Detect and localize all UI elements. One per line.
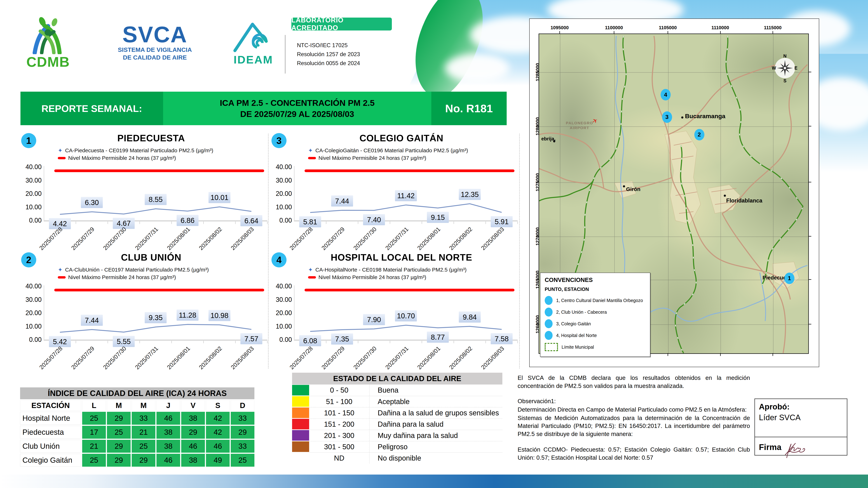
x-tick-label: 2025/08/01 (416, 226, 441, 252)
data-label: 5.55 (117, 337, 131, 346)
station-number-badge: 1 (21, 133, 36, 148)
aqi-legend-title: ESTADO DE LA CALIDAD DEL AIRE (292, 373, 502, 385)
series-marker-icon: ✦ (308, 147, 313, 154)
ica-value-cell: 17 (82, 426, 106, 439)
map-tick (808, 324, 811, 324)
x-tick-label: 2025/08/01 (165, 226, 191, 252)
x-tick-label: 2025/07/30 (102, 226, 128, 252)
map-city-dot (681, 117, 683, 119)
station-number-badge: 4 (272, 252, 286, 267)
ica-station-name: Club Unión (20, 440, 81, 453)
report-type-label: REPORTE SEMANAL: (21, 92, 163, 125)
ica-value-cell: 33 (132, 412, 155, 425)
ideam-logo-icon (233, 20, 274, 53)
aqi-color-chip-cell (292, 418, 309, 430)
ica-station-name: Colegio Gaitán (20, 454, 81, 467)
x-tick-label: 2025/08/02 (197, 226, 223, 252)
limit-legend-label: Nivel Máximo Permisible 24 horas (37 µg/… (318, 154, 426, 162)
y-tick-label: 0.00 (29, 217, 42, 224)
svca-logo: SVCA SISTEMA DE VIGILANCIA DE CALIDAD DE… (98, 23, 211, 61)
limit-legend-label: Nivel Máximo Permisible 24 horas (37 µg/… (318, 273, 426, 281)
aqi-category-label: Dañina a la salud de grupos sensibles (369, 407, 502, 418)
station-point-icon (545, 319, 553, 328)
map-city-label-giron: Girón (626, 186, 641, 192)
ica-value-cell: 29 (132, 454, 155, 467)
ica-value-cell: 29 (181, 426, 205, 439)
chart-column-separator (519, 134, 520, 368)
limit-marker-icon (308, 157, 316, 159)
ica-value-cell: 46 (181, 440, 205, 453)
x-tick-label: 2025/07/28 (38, 345, 64, 371)
map-tick (773, 353, 773, 356)
approval-box: Aprobó: Líder SVCA Firma (754, 398, 847, 456)
x-tick-label: 2025/07/31 (134, 226, 159, 252)
x-tick-label: 2025/07/31 (384, 345, 410, 371)
y-tick-label: 0.00 (279, 336, 292, 343)
compass-w: W (772, 65, 776, 70)
compass-e: E (795, 65, 798, 70)
map-legend-item-label: 4, Hospital del Norte (556, 333, 597, 338)
map-x-coordinate: 1100000 (601, 25, 626, 31)
accreditation-line: Resolución 1257 de 2023 (297, 50, 360, 59)
limit-marker-icon (308, 276, 316, 279)
x-tick-label: 2025/07/29 (320, 345, 346, 371)
x-tick-label: 2025/08/01 (165, 345, 191, 371)
aqi-color-chip (292, 396, 309, 407)
map-legend-item: 2, Club Unión - Cabecera (545, 307, 650, 317)
signature-section: Firma (755, 437, 847, 461)
x-tick-label: 2025/08/03 (229, 345, 255, 371)
compass-n: N (783, 54, 786, 59)
ica-value-cell: 38 (156, 440, 180, 453)
map-x-coordinate: 1110000 (708, 25, 733, 31)
map-tick (536, 126, 539, 126)
ica-column-header: M (107, 400, 131, 411)
map-tick (536, 182, 539, 183)
chart-panel-hospital-local-del-norte: 4HOSPITAL LOCAL DEL NORTE✦CA-HospitalNor… (270, 252, 519, 371)
ica-value-cell: 49 (206, 454, 230, 467)
y-tick-label: 0.00 (29, 336, 42, 343)
aqi-color-chip (292, 442, 309, 452)
ica-column-header: S (206, 400, 230, 411)
observation-title: Observación1: (518, 397, 750, 405)
aqi-color-chip (292, 453, 309, 463)
svca-title: SVCA (98, 23, 211, 46)
ica-value-cell: 25 (82, 412, 106, 425)
map-tick (536, 72, 539, 72)
aqi-range: 151 - 200 (309, 418, 369, 430)
station-point-icon (545, 296, 553, 305)
series-legend-label: CA-ColegioGaitán - CE0196 Material Parti… (315, 147, 468, 154)
signature-label: Firma (759, 442, 781, 452)
chart-title: PIEDECUESTA (39, 133, 263, 143)
data-label: 10.01 (211, 194, 228, 201)
map-tick (808, 126, 811, 126)
ica-column-header-estacion: ESTACIÓN (20, 400, 81, 411)
declaration-text: El SVCA de la CDMB declara que los resul… (518, 374, 750, 464)
data-label: 10.70 (397, 312, 415, 320)
ica-column-header: J (156, 400, 180, 411)
data-label: 11.42 (397, 192, 414, 200)
svca-subtitle-2: DE CALIDAD DE AIRE (98, 54, 211, 61)
approved-by: Líder SVCA (759, 413, 847, 422)
accreditation-lines: NTC-ISO/IEC 17025 Resolución 1257 de 202… (297, 41, 360, 68)
aqi-color-chip-cell (292, 452, 309, 464)
series-marker-icon: ✦ (58, 147, 63, 154)
limit-marker-icon (58, 276, 66, 279)
data-label: 7.90 (367, 316, 381, 324)
aqi-range: 101 - 150 (309, 407, 369, 418)
chart-legend: ✦CA-HospitalNorte - CE0198 Material Part… (308, 266, 466, 281)
station-marker-2: 2 (694, 129, 704, 140)
airport-name-line2: AIRPORT (566, 125, 593, 130)
map-tick (773, 31, 773, 34)
x-tick-label: 2025/08/03 (480, 226, 505, 252)
observation-method-1: Determinación Directa en Campo de Materi… (518, 406, 750, 414)
x-tick-label: 2025/07/29 (70, 345, 96, 371)
map-city-dot (724, 195, 726, 197)
aqi-color-chip (292, 430, 309, 441)
x-tick-label: 2025/07/31 (384, 226, 410, 252)
ica-value-cell: 25 (231, 454, 254, 467)
map-block: N S E W BucaramangaGirónFloridablancaPie… (529, 19, 819, 367)
chart-title: COLEGIO GAITÁN (290, 133, 513, 143)
aqi-color-chip-cell (292, 407, 309, 418)
map-x-coordinate: 1105000 (655, 25, 680, 31)
ica-value-cell: 46 (156, 454, 180, 467)
